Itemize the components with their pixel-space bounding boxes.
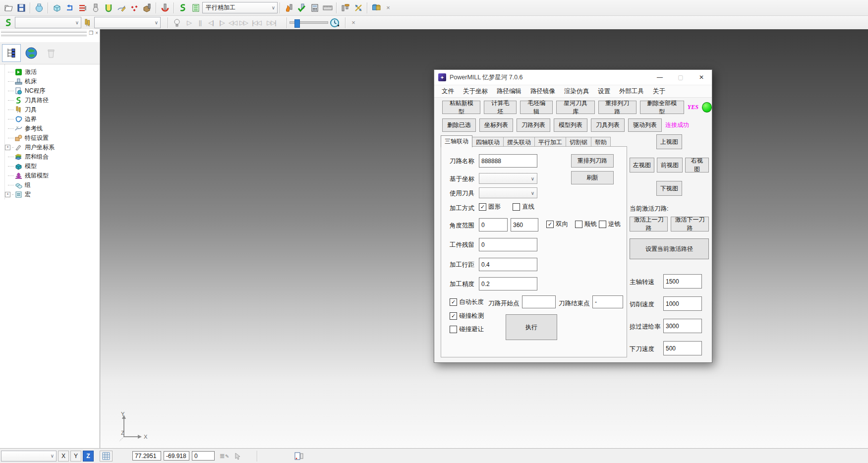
minimize-button[interactable]: — <box>649 70 670 85</box>
simulation-tool-combo[interactable]: ∨ <box>94 17 161 28</box>
cursor-y-input[interactable] <box>164 451 189 461</box>
block-calculate-icon[interactable] <box>33 1 46 14</box>
delete-selected-button[interactable]: 删除已选 <box>442 118 476 132</box>
go-start-icon[interactable]: |◁◁ <box>249 17 264 29</box>
stock-edit-button[interactable]: 毛坯编辑 <box>520 101 553 114</box>
execute-button[interactable]: 执行 <box>506 314 557 340</box>
view-left-button[interactable]: 左视图 <box>630 158 654 173</box>
menu-path-edit[interactable]: 路径编辑 <box>492 85 526 97</box>
view-bottom-button[interactable]: 下视图 <box>656 181 682 196</box>
toolpath-name-input[interactable] <box>479 154 537 168</box>
collision-check-checkbox[interactable]: ✓碰撞检测 <box>450 312 484 320</box>
tree-item-workplanes[interactable]: +用户坐标系 <box>8 143 100 152</box>
grid-icon[interactable] <box>100 451 113 462</box>
create-block-icon[interactable] <box>51 1 63 14</box>
toolbar2-close-icon[interactable]: × <box>348 17 359 29</box>
toolpath-coil-icon[interactable] <box>176 1 189 14</box>
angle-to-input[interactable] <box>511 218 538 232</box>
stock-remain-input[interactable] <box>479 238 537 251</box>
menu-external-tools[interactable]: 外部工具 <box>615 85 648 97</box>
points-icon[interactable] <box>128 1 141 14</box>
tree-item-activate[interactable]: 激活 <box>8 67 100 77</box>
ball-tool-icon[interactable] <box>89 1 102 14</box>
climb-checkbox[interactable]: 顺铣 <box>575 220 597 229</box>
tab-help[interactable]: 帮助 <box>591 137 611 147</box>
tree-item-machine[interactable]: 机床 <box>8 77 100 86</box>
tree-item-toolpaths[interactable]: 刀具路径 <box>8 96 100 105</box>
activate-next-button[interactable]: 激活下一刀路 <box>671 217 709 232</box>
strategy-list-icon[interactable] <box>189 1 202 14</box>
save-icon[interactable] <box>15 1 28 14</box>
menu-path-mirror[interactable]: 路径镜像 <box>526 85 560 97</box>
axis-y-button[interactable]: Y <box>70 451 81 462</box>
toolpath-list-button[interactable]: 刀路列表 <box>517 118 550 132</box>
refresh-button[interactable]: 刷新 <box>571 171 614 184</box>
view-front-button[interactable]: 前视图 <box>657 158 683 173</box>
boundary-icon[interactable] <box>102 1 115 14</box>
rewind-icon[interactable]: ◁◁ <box>227 17 238 29</box>
z-levels-icon[interactable] <box>76 1 89 14</box>
cutting-feed-input[interactable] <box>663 296 702 311</box>
axis-x-button[interactable]: X <box>58 451 69 462</box>
base-coord-select[interactable]: ∨ <box>479 173 537 184</box>
tool-verify-icon[interactable] <box>295 1 308 14</box>
tab-parallel[interactable]: 平行加工 <box>534 137 566 147</box>
angle-from-input[interactable] <box>479 218 508 232</box>
set-active-path-button[interactable]: 设置当前激活路径 <box>630 238 709 259</box>
stepover-input[interactable] <box>479 258 537 271</box>
tool-list-button[interactable]: 刀具列表 <box>591 118 625 132</box>
mode-line-checkbox[interactable]: 直线 <box>513 203 534 211</box>
slider-handle[interactable] <box>294 19 300 28</box>
tree-item-tools[interactable]: 刀具 <box>8 105 100 115</box>
step-forward-icon[interactable]: |▷ <box>216 17 227 29</box>
tree-item-patterns[interactable]: 参考线 <box>8 124 100 133</box>
tab-recycle-bin[interactable] <box>42 44 60 62</box>
tree-item-groups[interactable]: 组 <box>8 180 100 190</box>
tab-4axis[interactable]: 四轴联动 <box>472 137 504 147</box>
collision-check-icon[interactable] <box>159 1 172 14</box>
menu-settings[interactable]: 设置 <box>593 85 615 97</box>
reorder-toolpaths-button[interactable]: 重排列刀路 <box>598 101 637 114</box>
tool-library-button[interactable]: 星河刀具库 <box>556 101 594 114</box>
collision-avoid-checkbox[interactable]: 碰撞避让 <box>450 325 484 334</box>
tab-tilthead[interactable]: 摆头联动 <box>503 137 535 147</box>
play-icon[interactable]: ▷ <box>183 17 194 29</box>
tree-item-macros[interactable]: +宏 <box>8 190 100 199</box>
expand-icon[interactable]: + <box>5 192 10 197</box>
tool-flame-icon[interactable] <box>283 1 295 14</box>
end-point-input[interactable] <box>592 295 623 308</box>
tree-item-nc-programs[interactable]: NC程序 <box>8 86 100 96</box>
strategy-combo[interactable]: 平行精加工 ∨ <box>202 2 278 13</box>
dialog-titlebar[interactable]: ✦ PowerMILL 忆梦星河 7.0.6 — ▢ ✕ <box>434 70 712 85</box>
maximize-button[interactable]: ▢ <box>670 70 691 85</box>
speed-slider[interactable] <box>289 18 328 27</box>
toolbar1-close-icon[interactable]: × <box>383 2 394 14</box>
start-point-input[interactable] <box>522 295 556 308</box>
close-button[interactable]: ✕ <box>691 70 712 85</box>
panel-grip[interactable] <box>1 30 87 33</box>
statusbar-combo[interactable]: ∨ <box>1 451 57 462</box>
cursor-x-input[interactable] <box>132 451 161 461</box>
pause-icon[interactable]: | | <box>194 17 205 29</box>
menu-file[interactable]: 文件 <box>437 85 459 97</box>
stock-cylinders-icon[interactable] <box>370 1 383 14</box>
fast-forward-icon[interactable]: ▷▷ <box>238 17 249 29</box>
tab-globe[interactable] <box>22 44 41 62</box>
menu-about[interactable]: 关于 <box>648 85 670 97</box>
bidirectional-checkbox[interactable]: ✓双向 <box>546 220 568 229</box>
device-panel-icon[interactable] <box>294 452 303 460</box>
cursor-z-input[interactable] <box>192 451 215 461</box>
calc-stock-button[interactable]: 计算毛坯 <box>484 101 517 114</box>
drive-list-button[interactable]: 驱动列表 <box>628 118 662 132</box>
delete-all-models-button[interactable]: 删除全部模型 <box>640 101 684 114</box>
mode-circle-checkbox[interactable]: ✓圆形 <box>479 203 501 211</box>
panel-close-icon[interactable]: × <box>95 30 98 36</box>
tab-saw[interactable]: 切割锯 <box>566 137 591 147</box>
stock-block-icon[interactable] <box>141 1 154 14</box>
coord-list-button[interactable]: 坐标列表 <box>479 118 513 132</box>
pattern-pencil-icon[interactable] <box>115 1 128 14</box>
tree-item-feature-sets[interactable]: 特征设置 <box>8 133 100 143</box>
view-right-button[interactable]: 右视图 <box>685 158 709 173</box>
tab-explorer-tree[interactable] <box>2 44 21 62</box>
view-top-button[interactable]: 上视图 <box>656 134 682 149</box>
